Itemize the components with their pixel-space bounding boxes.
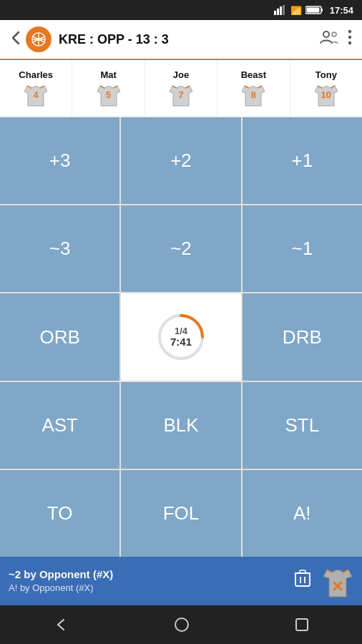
grid-cell-3[interactable]: +3 bbox=[0, 117, 119, 204]
player-col-joe[interactable]: Joe 7 bbox=[145, 60, 217, 117]
player-name: Charles bbox=[19, 69, 53, 80]
player-name: Tony bbox=[315, 69, 337, 80]
jersey-number: 7 bbox=[178, 89, 183, 100]
player-name: Mat bbox=[100, 69, 116, 80]
player-jersey: 5 bbox=[97, 82, 120, 108]
grid-cell-1[interactable]: +1 bbox=[243, 117, 362, 204]
svg-rect-6 bbox=[321, 9, 323, 11]
grid-row-1: ~3~2~1 bbox=[0, 205, 362, 292]
grid-cell-to[interactable]: TO bbox=[0, 470, 119, 557]
player-jersey: 7 bbox=[170, 82, 192, 108]
svg-text:7:41: 7:41 bbox=[170, 336, 192, 348]
notification-sub: A! by Opponent (#X) bbox=[9, 582, 283, 595]
toolbar: KRE : OPP - 13 : 3 bbox=[0, 20, 362, 60]
grid-cell-2[interactable]: ~2 bbox=[121, 205, 240, 292]
player-col-mat[interactable]: Mat 5 bbox=[72, 60, 145, 117]
svg-rect-1 bbox=[277, 9, 279, 15]
delete-notification-button[interactable] bbox=[290, 565, 315, 597]
player-col-tony[interactable]: Tony 10 bbox=[290, 60, 362, 117]
status-bar: 📶 17:54 bbox=[0, 0, 362, 20]
notification-main: ~2 by Opponent (#X) bbox=[9, 567, 283, 582]
player-jersey: 10 bbox=[315, 82, 338, 108]
grid-cell-stl[interactable]: STL bbox=[243, 382, 362, 469]
player-col-beast[interactable]: Beast 8 bbox=[217, 60, 290, 117]
grid-cell-a![interactable]: A! bbox=[243, 470, 362, 557]
player-col-charles[interactable]: Charles 4 bbox=[0, 60, 72, 117]
grid-row-4: TOFOLA! bbox=[0, 470, 362, 557]
svg-rect-39 bbox=[296, 619, 308, 630]
svg-point-14 bbox=[348, 36, 351, 39]
grid-cell-fol[interactable]: FOL bbox=[121, 470, 240, 557]
player-jersey: 8 bbox=[242, 82, 265, 108]
battery-icon bbox=[305, 5, 324, 15]
nav-bar bbox=[0, 605, 362, 644]
players-header: Charles 4 Mat 5 Joe 7 Beast bbox=[0, 60, 362, 117]
toolbar-title: KRE : OPP - 13 : 3 bbox=[59, 32, 315, 47]
app-icon bbox=[26, 26, 52, 52]
svg-point-38 bbox=[175, 618, 188, 631]
back-button[interactable] bbox=[6, 25, 26, 54]
jersey-number: 10 bbox=[321, 89, 331, 100]
notification-player-jersey bbox=[322, 563, 353, 599]
grid-cell-drb[interactable]: DRB bbox=[243, 293, 362, 380]
svg-point-13 bbox=[348, 30, 351, 33]
svg-rect-7 bbox=[306, 8, 319, 13]
svg-rect-2 bbox=[280, 6, 282, 15]
timer-cell[interactable]: 1/4 7:41 bbox=[121, 293, 240, 380]
svg-point-12 bbox=[332, 32, 336, 36]
notification-text: ~2 by Opponent (#X) A! by Opponent (#X) bbox=[9, 567, 283, 595]
grid-cell-orb[interactable]: ORB bbox=[0, 293, 119, 380]
svg-rect-29 bbox=[295, 573, 310, 586]
grid-row-3: ASTBLKSTL bbox=[0, 382, 362, 469]
users-icon[interactable] bbox=[315, 25, 343, 54]
grid-cell-2[interactable]: +2 bbox=[121, 117, 240, 204]
status-icons: 📶 bbox=[274, 5, 324, 15]
grid-cell-1[interactable]: ~1 bbox=[243, 205, 362, 292]
player-jersey: 4 bbox=[24, 82, 47, 108]
svg-rect-3 bbox=[283, 5, 285, 15]
svg-point-11 bbox=[323, 31, 329, 37]
jersey-number: 5 bbox=[106, 89, 111, 100]
jersey-number: 4 bbox=[34, 89, 39, 100]
svg-text:📶: 📶 bbox=[290, 5, 302, 15]
grid-cell-ast[interactable]: AST bbox=[0, 382, 119, 469]
jersey-number: 8 bbox=[251, 89, 256, 100]
grid-cell-blk[interactable]: BLK bbox=[121, 382, 240, 469]
svg-point-15 bbox=[348, 42, 351, 44]
svg-rect-0 bbox=[274, 11, 276, 15]
nav-home-button[interactable] bbox=[157, 611, 207, 638]
svg-text:1/4: 1/4 bbox=[175, 326, 188, 336]
main-grid: +3+2+1~3~2~1ORB 1/4 7:41 DRBASTBLKSTLTOF… bbox=[0, 117, 362, 557]
notification-bar: ~2 by Opponent (#X) A! by Opponent (#X) bbox=[0, 557, 362, 605]
grid-cell-3[interactable]: ~3 bbox=[0, 205, 119, 292]
grid-row-2: ORB 1/4 7:41 DRB bbox=[0, 293, 362, 380]
more-options-icon[interactable] bbox=[343, 25, 356, 54]
nav-back-button[interactable] bbox=[36, 611, 86, 638]
svg-rect-33 bbox=[300, 570, 305, 573]
player-name: Joe bbox=[173, 69, 189, 80]
nav-recents-button[interactable] bbox=[278, 612, 326, 638]
wifi-icon: 📶 bbox=[290, 5, 302, 15]
player-name: Beast bbox=[241, 69, 266, 80]
signal-icon bbox=[274, 5, 287, 15]
status-time: 17:54 bbox=[330, 5, 353, 16]
grid-row-0: +3+2+1 bbox=[0, 117, 362, 204]
